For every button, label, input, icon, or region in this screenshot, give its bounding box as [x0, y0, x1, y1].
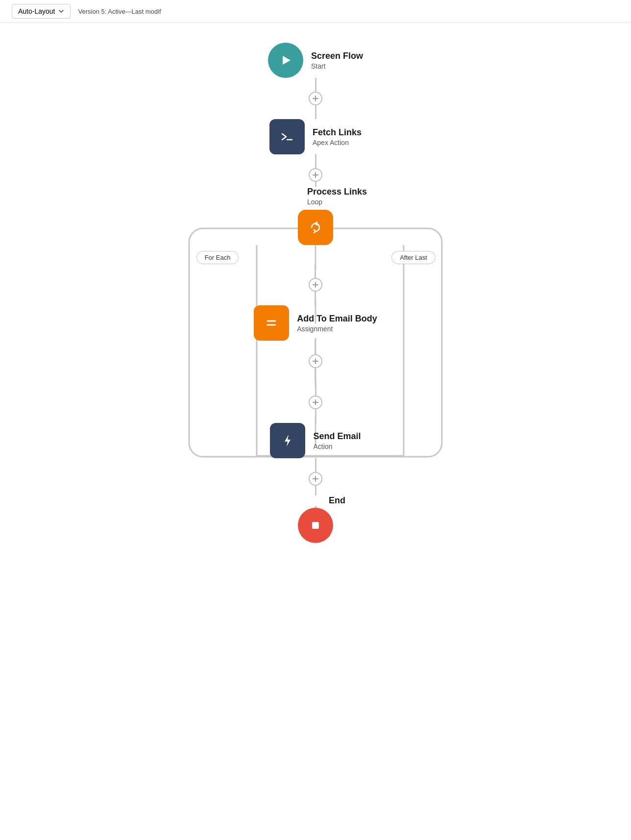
- plus-icon-4: [312, 358, 319, 365]
- process-subtitle: Loop: [307, 198, 367, 206]
- node-with-label-start: Screen Flow Start: [268, 43, 363, 78]
- plus-icon-6: [312, 475, 319, 482]
- equals-icon: [263, 314, 280, 332]
- connector-5: [315, 264, 316, 278]
- loop-area: For Each After Last: [149, 210, 482, 382]
- canvas: Screen Flow Start: [0, 23, 631, 837]
- auto-layout-label: Auto-Layout: [18, 7, 55, 15]
- send-email-subtitle: Action: [313, 443, 361, 450]
- send-email-title: Send Email: [313, 431, 361, 442]
- loop-icon[interactable]: [298, 210, 333, 245]
- bolt-icon: [279, 432, 296, 449]
- node-with-label-end: End: [286, 495, 345, 506]
- add-btn-4[interactable]: [309, 354, 322, 368]
- add-btn-6[interactable]: [309, 472, 322, 486]
- loop-icon-row: [149, 210, 482, 245]
- svg-marker-0: [283, 56, 291, 65]
- node-row-fetch: Fetch Links Apex Action: [269, 119, 362, 154]
- send-email-label: Send Email Action: [313, 431, 361, 450]
- add-btn-2[interactable]: [309, 168, 322, 182]
- end-icon[interactable]: [298, 508, 333, 543]
- plus-icon-1: [312, 95, 319, 102]
- svg-rect-26: [312, 522, 319, 529]
- fetch-subtitle: Apex Action: [313, 139, 362, 147]
- add-btn-5[interactable]: [309, 395, 322, 409]
- connector-2: [315, 105, 316, 119]
- node-with-label-fetch: Fetch Links Apex Action: [269, 119, 362, 154]
- top-bar: Auto-Layout Version 5: Active—Last modif: [0, 0, 631, 23]
- connector-1: [315, 78, 316, 92]
- node-row-process: Process Links Loop: [264, 187, 367, 210]
- fetch-label: Fetch Links Apex Action: [313, 127, 362, 147]
- branch-labels-row: For Each After Last: [173, 251, 458, 264]
- chevron-down-icon: [58, 8, 64, 14]
- svg-marker-23: [285, 435, 291, 446]
- connector-4: [315, 182, 316, 187]
- email-label: Add To Email Body Assignment: [297, 314, 377, 333]
- plus-icon-3: [312, 281, 319, 288]
- connector-11: [315, 458, 316, 472]
- start-label: Screen Flow Start: [311, 51, 363, 70]
- stop-icon: [307, 517, 324, 534]
- connector-7: [315, 341, 316, 354]
- refresh-icon: [307, 219, 324, 236]
- version-text: Version 5: Active—Last modif: [78, 8, 161, 15]
- play-icon: [277, 51, 294, 69]
- connector-13: [315, 506, 316, 508]
- connector-8: [315, 368, 316, 382]
- plus-icon-2: [312, 172, 319, 178]
- process-label-only: Process Links Loop: [307, 187, 367, 206]
- node-row-start: Screen Flow Start: [268, 43, 363, 78]
- start-icon[interactable]: [268, 43, 303, 78]
- terminal-icon: [278, 128, 296, 146]
- for-each-branch: Add To Email Body Assignment: [254, 264, 377, 382]
- end-label-only: End: [329, 495, 345, 506]
- after-last-label: After Last: [391, 251, 436, 264]
- connector-9: [315, 382, 316, 395]
- node-with-label-process: Process Links Loop: [264, 187, 367, 206]
- flow-container: Screen Flow Start: [95, 43, 536, 543]
- connector-6: [315, 292, 316, 305]
- add-btn-3[interactable]: [309, 278, 322, 292]
- node-row-end: End: [286, 495, 345, 506]
- send-email-icon[interactable]: [270, 423, 305, 458]
- for-each-label: For Each: [196, 251, 239, 264]
- node-row-send-email: Send Email Action: [270, 423, 361, 458]
- process-title: Process Links: [307, 187, 367, 197]
- email-icon[interactable]: [254, 305, 289, 341]
- add-btn-1[interactable]: [309, 92, 322, 105]
- connector-3: [315, 154, 316, 168]
- node-with-label-email: Add To Email Body Assignment: [254, 305, 377, 341]
- end-title: End: [329, 495, 345, 506]
- node-with-label-send: Send Email Action: [270, 423, 361, 458]
- plus-icon-5: [312, 399, 319, 406]
- fetch-icon[interactable]: [269, 119, 305, 154]
- email-title: Add To Email Body: [297, 314, 377, 324]
- connector-12: [315, 486, 316, 495]
- connector-10: [315, 409, 316, 423]
- fetch-title: Fetch Links: [313, 127, 362, 138]
- start-subtitle: Start: [311, 62, 363, 70]
- start-title: Screen Flow: [311, 51, 363, 61]
- email-subtitle: Assignment: [297, 325, 377, 333]
- auto-layout-button[interactable]: Auto-Layout: [12, 4, 71, 19]
